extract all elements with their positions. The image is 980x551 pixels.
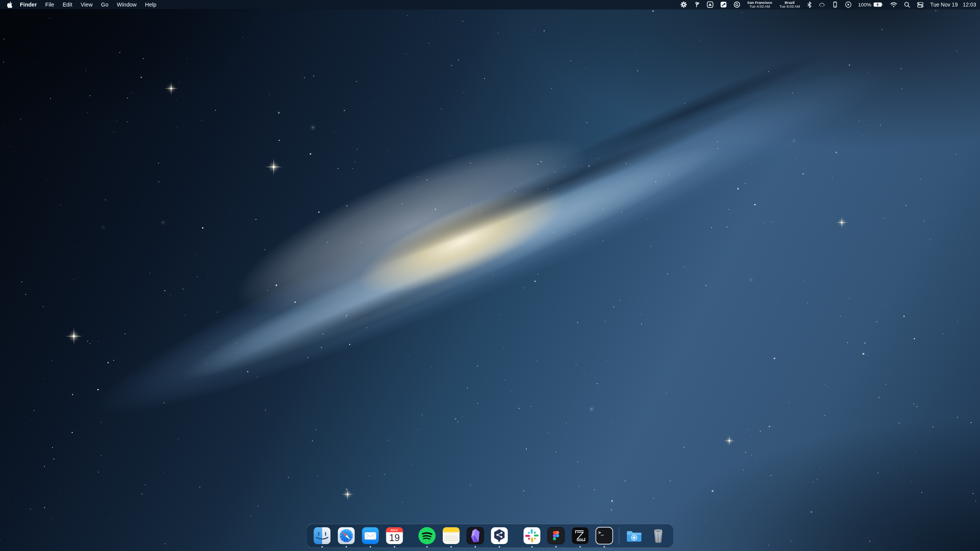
s-arrow-app-icon[interactable] [720,0,727,9]
menu-finder[interactable]: Finder [16,2,41,8]
spotify-icon [417,526,436,545]
battery-percent: 100% [858,2,872,8]
menu-bar-clock[interactable]: Tue Nov 19 12:03 [930,2,976,8]
calendar-day: 19 [389,532,400,543]
menu-help[interactable]: Help [141,2,161,8]
apple-icon [7,2,13,8]
figma-icon [546,526,565,545]
finder-icon [312,526,332,545]
menu-bar: Finder File Edit View Go Window Help G S… [0,0,980,9]
zed-icon [570,526,590,545]
iphone-mirroring-icon[interactable] [832,0,838,9]
dock-item-trash[interactable] [648,526,668,548]
hexagon-share-app-icon [490,526,509,545]
battery-charging-icon [873,2,884,7]
dock-item-obsidian[interactable] [466,526,485,548]
running-indicator [555,546,557,548]
running-indicator [450,546,452,548]
world-clock-san-francisco[interactable]: San Francisco Tue 4:03 AM [747,1,773,9]
dock-item-notes[interactable] [441,526,461,548]
obsidian-icon [466,526,485,545]
dock-item-terminal[interactable]: >_ [595,526,614,548]
dock: NOV 19 [306,524,674,548]
dock-item-zed[interactable] [570,526,590,548]
dock-item-figma[interactable] [546,526,565,548]
running-indicator [603,546,605,548]
bright-star [728,440,730,441]
menu-view[interactable]: View [77,2,97,8]
bright-star [73,335,75,337]
menu-go[interactable]: Go [97,2,113,8]
running-indicator [531,546,532,548]
running-indicator [345,546,347,548]
dock-item-calendar[interactable]: NOV 19 [385,526,404,548]
galaxy-wallpaper [0,0,980,551]
calendar-icon: NOV 19 [385,526,404,545]
menu-window[interactable]: Window [113,2,141,8]
dock-spacer [407,526,415,545]
dock-separator [619,527,619,544]
git-branch-icon[interactable] [694,0,700,9]
running-indicator [394,546,395,548]
running-indicator [426,546,428,548]
running-indicator [474,546,476,548]
notes-icon [441,526,461,545]
dock-item-hexagon-share-app[interactable] [490,526,509,548]
apple-menu[interactable] [7,2,13,8]
battery-indicator[interactable]: 100% [858,2,884,8]
dock-item-mail[interactable] [361,526,380,548]
svg-text:G: G [735,3,738,7]
menu-bar-time: 12:03 [963,2,976,8]
menu-edit[interactable]: Edit [59,2,77,8]
mail-icon [361,526,380,545]
running-indicator [579,546,581,548]
trash-icon [648,526,668,545]
bright-star [170,88,172,90]
bright-star [841,222,843,223]
running-indicator [369,546,371,548]
dotted-arc-icon[interactable] [818,0,825,9]
control-center-icon[interactable] [917,0,924,9]
bright-star [347,494,349,495]
dock-item-safari[interactable] [336,526,356,548]
slack-icon [522,526,541,545]
spotlight-icon[interactable] [904,0,910,9]
terminal-icon: >_ [595,526,614,545]
dock-item-downloads[interactable] [624,526,644,548]
dock-spacer [511,526,520,545]
bluetooth-icon[interactable] [807,0,812,9]
bright-star [273,166,275,168]
calendar-month: NOV [390,528,398,532]
dock-item-slack[interactable] [522,526,541,548]
triangle-app-icon[interactable] [707,0,714,9]
flower-icon[interactable] [680,0,687,9]
menu-file[interactable]: File [41,2,58,8]
wifi-icon[interactable] [890,0,897,9]
downloads-folder-icon [624,526,644,545]
world-clock-brazil[interactable]: Brazil Tue 8:03 AM [779,1,800,9]
running-indicator [321,546,323,548]
now-playing-icon[interactable] [845,0,852,9]
g-circle-icon[interactable]: G [733,0,740,9]
safari-icon [336,526,356,545]
running-indicator [498,546,500,548]
menu-bar-date: Tue Nov 19 [930,2,958,8]
terminal-prompt: >_ [598,530,604,536]
dock-item-finder[interactable] [312,526,332,548]
dock-item-spotify[interactable] [417,526,436,548]
